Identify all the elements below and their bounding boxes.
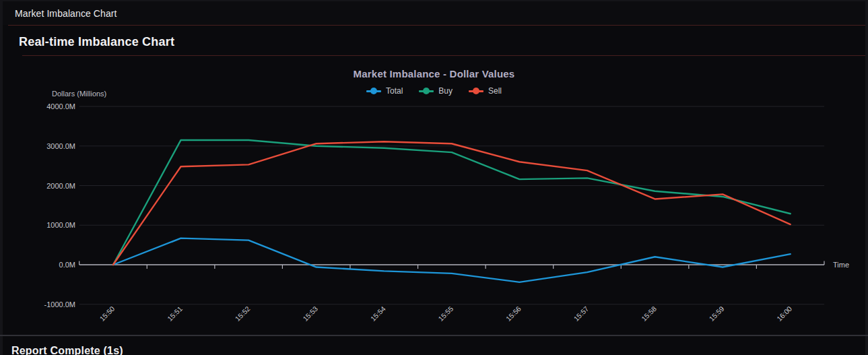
x-tick-label: 15:55 bbox=[436, 304, 455, 323]
x-tick-label: 15:52 bbox=[233, 304, 251, 323]
footer-divider bbox=[0, 335, 868, 336]
window-title: Market Imbalance Chart bbox=[15, 8, 117, 19]
x-tick-label: 16:00 bbox=[775, 304, 793, 323]
x-tick-label: 15:53 bbox=[301, 304, 319, 323]
x-tick-label: 15:54 bbox=[369, 304, 387, 323]
y-tick-label: 2000.0M bbox=[46, 182, 75, 190]
series-line-sell[interactable] bbox=[113, 141, 791, 265]
x-tick-label: 15:56 bbox=[504, 304, 523, 323]
x-axis-title: Time bbox=[833, 261, 849, 269]
page-title: Real-time Imbalance Chart bbox=[19, 35, 174, 49]
y-tick-label: 3000.0M bbox=[46, 142, 75, 150]
y-tick-label: -1000.0M bbox=[44, 300, 75, 309]
y-tick-label: 4000.0M bbox=[46, 102, 75, 110]
x-tick-label: 15:59 bbox=[707, 304, 725, 323]
y-tick-label: 0.0M bbox=[59, 261, 75, 269]
series-line-buy[interactable] bbox=[113, 140, 791, 265]
app-frame: Market Imbalance Chart Real-time Imbalan… bbox=[3, 1, 865, 355]
y-tick-label: 1000.0M bbox=[46, 221, 75, 229]
imbalance-line-chart: 4000.0M3000.0M2000.0M1000.0M0.0M-1000.0M… bbox=[0, 56, 868, 335]
x-tick-label: 15:50 bbox=[98, 304, 116, 323]
x-tick-label: 15:57 bbox=[572, 304, 590, 323]
x-tick-label: 15:58 bbox=[640, 304, 658, 323]
topbar-divider bbox=[8, 25, 865, 26]
top-bar: Market Imbalance Chart bbox=[3, 1, 865, 25]
footer-section-title: Report Complete (1s) bbox=[11, 345, 123, 355]
x-tick-label: 15:51 bbox=[166, 304, 184, 323]
series-line-total[interactable] bbox=[113, 238, 791, 282]
